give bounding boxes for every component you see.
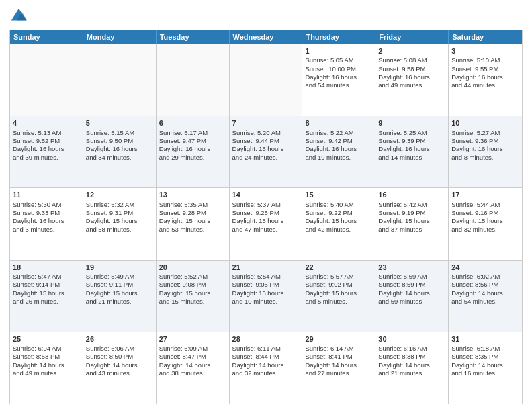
calendar-row: 1Sunrise: 5:05 AM Sunset: 10:00 PM Dayli… [10, 44, 522, 116]
weekday-header: Monday [83, 30, 157, 44]
day-info: Sunrise: 6:11 AM Sunset: 8:44 PM Dayligh… [232, 345, 284, 377]
day-info: Sunrise: 5:27 AM Sunset: 9:36 PM Dayligh… [451, 129, 503, 161]
calendar: SundayMondayTuesdayWednesdayThursdayFrid… [9, 30, 523, 404]
weekday-header: Wednesday [230, 30, 303, 44]
calendar-cell: 5Sunrise: 5:15 AM Sunset: 9:50 PM Daylig… [83, 116, 157, 187]
day-number: 30 [378, 334, 445, 344]
calendar-header: SundayMondayTuesdayWednesdayThursdayFrid… [10, 30, 522, 44]
day-number: 16 [378, 190, 445, 199]
day-info: Sunrise: 6:04 AM Sunset: 8:53 PM Dayligh… [13, 345, 64, 377]
day-info: Sunrise: 5:10 AM Sunset: 9:55 PM Dayligh… [451, 56, 503, 89]
day-number: 3 [451, 46, 519, 56]
calendar-row: 25Sunrise: 6:04 AM Sunset: 8:53 PM Dayli… [10, 332, 522, 404]
day-number: 22 [305, 263, 372, 272]
day-number: 31 [451, 334, 519, 344]
day-number: 5 [86, 118, 153, 128]
day-number: 28 [232, 334, 300, 344]
day-info: Sunrise: 5:13 AM Sunset: 9:52 PM Dayligh… [13, 129, 64, 161]
calendar-cell: 31Sunrise: 6:18 AM Sunset: 8:35 PM Dayli… [449, 332, 522, 404]
calendar-cell: 28Sunrise: 6:11 AM Sunset: 8:44 PM Dayli… [230, 332, 303, 404]
day-number: 13 [159, 190, 226, 199]
calendar-cell: 26Sunrise: 6:06 AM Sunset: 8:50 PM Dayli… [83, 332, 157, 404]
day-info: Sunrise: 5:20 AM Sunset: 9:44 PM Dayligh… [232, 129, 284, 161]
calendar-cell: 16Sunrise: 5:42 AM Sunset: 9:19 PM Dayli… [375, 188, 449, 259]
day-info: Sunrise: 5:57 AM Sunset: 9:02 PM Dayligh… [305, 273, 357, 305]
calendar-cell [157, 44, 230, 116]
day-info: Sunrise: 6:14 AM Sunset: 8:41 PM Dayligh… [305, 345, 357, 377]
day-number: 8 [305, 118, 372, 128]
day-info: Sunrise: 6:09 AM Sunset: 8:47 PM Dayligh… [159, 345, 211, 377]
day-number: 10 [451, 118, 519, 128]
weekday-header: Tuesday [157, 30, 230, 44]
calendar-cell: 11Sunrise: 5:30 AM Sunset: 9:33 PM Dayli… [10, 188, 83, 259]
calendar-cell [230, 44, 303, 116]
calendar-cell: 22Sunrise: 5:57 AM Sunset: 9:02 PM Dayli… [302, 261, 375, 332]
calendar-cell: 23Sunrise: 5:59 AM Sunset: 8:59 PM Dayli… [375, 261, 449, 332]
calendar-row: 18Sunrise: 5:47 AM Sunset: 9:14 PM Dayli… [10, 260, 522, 332]
day-number: 27 [159, 334, 226, 344]
calendar-cell: 10Sunrise: 5:27 AM Sunset: 9:36 PM Dayli… [449, 116, 522, 187]
calendar-cell: 27Sunrise: 6:09 AM Sunset: 8:47 PM Dayli… [157, 332, 230, 404]
day-number: 19 [86, 263, 153, 272]
calendar-cell [10, 44, 83, 116]
day-number: 7 [232, 118, 300, 128]
calendar-cell: 12Sunrise: 5:32 AM Sunset: 9:31 PM Dayli… [83, 188, 157, 259]
calendar-cell: 14Sunrise: 5:37 AM Sunset: 9:25 PM Dayli… [230, 188, 303, 259]
day-info: Sunrise: 5:47 AM Sunset: 9:14 PM Dayligh… [13, 273, 64, 305]
day-info: Sunrise: 5:35 AM Sunset: 9:28 PM Dayligh… [159, 201, 211, 233]
day-info: Sunrise: 6:06 AM Sunset: 8:50 PM Dayligh… [86, 345, 138, 377]
weekday-header: Friday [375, 30, 449, 44]
calendar-cell: 3Sunrise: 5:10 AM Sunset: 9:55 PM Daylig… [449, 44, 522, 116]
header [9, 7, 523, 26]
day-number: 1 [305, 46, 372, 56]
day-info: Sunrise: 6:16 AM Sunset: 8:38 PM Dayligh… [378, 345, 430, 377]
calendar-cell: 20Sunrise: 5:52 AM Sunset: 9:08 PM Dayli… [157, 261, 230, 332]
calendar-cell: 1Sunrise: 5:05 AM Sunset: 10:00 PM Dayli… [302, 44, 375, 116]
day-number: 29 [305, 334, 372, 344]
calendar-body: 1Sunrise: 5:05 AM Sunset: 10:00 PM Dayli… [10, 44, 522, 404]
day-info: Sunrise: 5:40 AM Sunset: 9:22 PM Dayligh… [305, 201, 357, 233]
day-info: Sunrise: 5:42 AM Sunset: 9:19 PM Dayligh… [378, 201, 430, 233]
calendar-cell: 15Sunrise: 5:40 AM Sunset: 9:22 PM Dayli… [302, 188, 375, 259]
day-number: 25 [13, 334, 80, 344]
calendar-cell: 21Sunrise: 5:54 AM Sunset: 9:05 PM Dayli… [230, 261, 303, 332]
day-number: 6 [159, 118, 226, 128]
calendar-cell: 29Sunrise: 6:14 AM Sunset: 8:41 PM Dayli… [302, 332, 375, 404]
weekday-header: Thursday [302, 30, 375, 44]
day-info: Sunrise: 6:18 AM Sunset: 8:35 PM Dayligh… [451, 345, 503, 377]
day-number: 23 [378, 263, 445, 272]
day-info: Sunrise: 5:08 AM Sunset: 9:58 PM Dayligh… [378, 56, 430, 89]
calendar-row: 4Sunrise: 5:13 AM Sunset: 9:52 PM Daylig… [10, 116, 522, 187]
day-number: 21 [232, 263, 300, 272]
day-info: Sunrise: 5:37 AM Sunset: 9:25 PM Dayligh… [232, 201, 284, 233]
day-info: Sunrise: 5:17 AM Sunset: 9:47 PM Dayligh… [159, 129, 211, 161]
day-info: Sunrise: 5:54 AM Sunset: 9:05 PM Dayligh… [232, 273, 284, 305]
day-number: 15 [305, 190, 372, 199]
weekday-header: Saturday [449, 30, 522, 44]
day-number: 24 [451, 263, 519, 272]
day-number: 4 [13, 118, 80, 128]
page: SundayMondayTuesdayWednesdayThursdayFrid… [0, 0, 532, 411]
day-number: 26 [86, 334, 153, 344]
day-info: Sunrise: 5:44 AM Sunset: 9:16 PM Dayligh… [451, 201, 503, 233]
day-info: Sunrise: 5:22 AM Sunset: 9:42 PM Dayligh… [305, 129, 357, 161]
day-info: Sunrise: 5:52 AM Sunset: 9:08 PM Dayligh… [159, 273, 211, 305]
day-info: Sunrise: 6:02 AM Sunset: 8:56 PM Dayligh… [451, 273, 503, 305]
calendar-cell: 25Sunrise: 6:04 AM Sunset: 8:53 PM Dayli… [10, 332, 83, 404]
weekday-header: Sunday [10, 30, 83, 44]
logo [9, 7, 31, 26]
day-info: Sunrise: 5:30 AM Sunset: 9:33 PM Dayligh… [13, 201, 64, 233]
calendar-cell: 9Sunrise: 5:25 AM Sunset: 9:39 PM Daylig… [375, 116, 449, 187]
logo-icon [9, 7, 28, 26]
day-info: Sunrise: 5:25 AM Sunset: 9:39 PM Dayligh… [378, 129, 430, 161]
calendar-cell: 8Sunrise: 5:22 AM Sunset: 9:42 PM Daylig… [302, 116, 375, 187]
calendar-row: 11Sunrise: 5:30 AM Sunset: 9:33 PM Dayli… [10, 187, 522, 259]
calendar-cell: 7Sunrise: 5:20 AM Sunset: 9:44 PM Daylig… [230, 116, 303, 187]
calendar-cell: 18Sunrise: 5:47 AM Sunset: 9:14 PM Dayli… [10, 261, 83, 332]
calendar-cell: 24Sunrise: 6:02 AM Sunset: 8:56 PM Dayli… [449, 261, 522, 332]
calendar-cell: 19Sunrise: 5:49 AM Sunset: 9:11 PM Dayli… [83, 261, 157, 332]
calendar-cell: 6Sunrise: 5:17 AM Sunset: 9:47 PM Daylig… [157, 116, 230, 187]
calendar-cell: 2Sunrise: 5:08 AM Sunset: 9:58 PM Daylig… [375, 44, 449, 116]
day-number: 9 [378, 118, 445, 128]
day-number: 11 [13, 190, 80, 199]
